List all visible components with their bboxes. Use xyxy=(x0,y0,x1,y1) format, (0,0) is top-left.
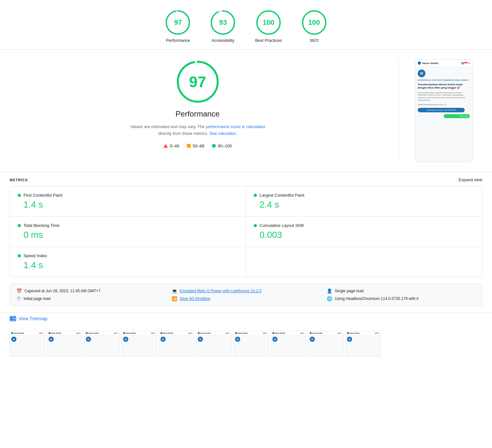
fail-icon xyxy=(163,144,168,148)
footer-chromium-text: Using HeadlessChromium 114.0.5735.179 wi… xyxy=(335,296,419,301)
thumb-logo-7 xyxy=(235,332,237,334)
metric-fcp-dot xyxy=(18,194,21,197)
preview-flags: 🇺🇸🇮🇩 ≡ xyxy=(461,62,470,65)
thumb-header-3: Harun Studio 🇺🇸🇮🇩 ≡ xyxy=(85,331,119,335)
thumb-brand-8: Harun Studio xyxy=(275,332,285,334)
thumb-body-10: W xyxy=(346,335,380,356)
footer-page-load-text: Single page load xyxy=(335,289,363,293)
thumb-logo-4 xyxy=(123,332,125,334)
thumbnail-2: Harun Studio 🇺🇸🇮🇩 ≡ W xyxy=(47,331,82,357)
thumb-header-6: Harun Studio 🇺🇸🇮🇩 ≡ xyxy=(196,331,231,335)
footer-info-section: 📅 Captured at Jun 28, 2023, 11:45 AM GMT… xyxy=(10,284,482,306)
metric-cls-label: Cumulative Layout Shift xyxy=(260,223,304,228)
footer-captured-text: Captured at Jun 28, 2023, 11:45 AM GMT+7 xyxy=(24,289,100,293)
thumb-brand-10: Harun Studio xyxy=(350,332,360,334)
preview-heading: Transformasikan Bisnis Online Anda denga… xyxy=(418,83,470,90)
thumbnails-row: Harun Studio 🇺🇸🇮🇩 ≡ W Harun Studio 🇺🇸🇮🇩 … xyxy=(0,328,492,363)
thumb-wp-4: W xyxy=(123,337,128,342)
footer-throttling-text[interactable]: Slow 4G throttling xyxy=(180,296,210,301)
metric-tbt-label: Total Blocking Time xyxy=(23,223,59,228)
preview-screenshot: Harun Studio 🇺🇸🇮🇩 ≡ W WORDPRESS DAN WOOC… xyxy=(415,59,473,162)
preview-cta-button: Konsultasikan project Anda [GRATIS!] xyxy=(418,108,465,112)
score-item-seo[interactable]: 100 SEO xyxy=(301,10,327,43)
thumbnail-3: Harun Studio 🇺🇸🇮🇩 ≡ W xyxy=(84,331,120,357)
score-value-accessibility: 93 xyxy=(219,18,227,27)
footer-captured: 📅 Captured at Jun 28, 2023, 11:45 AM GMT… xyxy=(16,288,165,294)
preview-whatsapp-button: WhatsApp xyxy=(444,114,470,118)
thumb-flags-7: 🇺🇸🇮🇩 ≡ xyxy=(263,332,267,334)
metric-lcp-label: Largest Contentful Paint xyxy=(260,193,304,198)
thumb-wp-10: W xyxy=(347,337,352,342)
score-item-best-practices[interactable]: 100 Best Practices xyxy=(255,10,282,43)
preview-brand-name: Harun Studio xyxy=(422,62,438,65)
metric-fcp: First Contentful Paint 1.4 s xyxy=(10,186,246,217)
thumb-wp-8: W xyxy=(272,337,278,342)
expand-view-button[interactable]: Expand view xyxy=(459,177,482,182)
thumb-flags-9: 🇺🇸🇮🇩 ≡ xyxy=(338,332,342,334)
thumb-body-8: W xyxy=(271,335,306,356)
metrics-header: METRICS Expand view xyxy=(10,172,482,186)
thumb-wp-1: W xyxy=(11,337,16,342)
thumb-flags-6: 🇺🇸🇮🇩 ≡ xyxy=(226,332,230,334)
score-item-accessibility[interactable]: 93 Accessibility xyxy=(210,10,236,43)
score-label-accessibility: Accessibility xyxy=(212,38,234,43)
score-value-performance: 97 xyxy=(174,18,182,27)
score-value-seo: 100 xyxy=(308,18,320,27)
thumb-brand-9: Harun Studio xyxy=(312,332,322,334)
score-circle-accessibility: 93 xyxy=(210,10,236,35)
thumb-brand-2: Harun Studio xyxy=(51,332,61,334)
thumb-body-4: W xyxy=(122,335,157,356)
thumb-header-7: Harun Studio 🇺🇸🇮🇩 ≡ xyxy=(234,331,269,335)
footer-initial-load-text: Initial page load xyxy=(23,296,50,301)
svg-rect-11 xyxy=(13,317,15,318)
metrics-grid: First Contentful Paint 1.4 s Largest Con… xyxy=(10,186,482,277)
top-scores-section: 97 Performance 93 Accessibility 100 Best… xyxy=(0,0,492,50)
thumbnail-9: Harun Studio 🇺🇸🇮🇩 ≡ W xyxy=(308,331,343,357)
thumb-brand-1: Harun Studio xyxy=(14,332,24,334)
thumbnail-10: Harun Studio 🇺🇸🇮🇩 ≡ W xyxy=(345,331,381,357)
thumbnail-1: Harun Studio 🇺🇸🇮🇩 ≡ W xyxy=(10,331,45,357)
thumb-wp-3: W xyxy=(86,337,91,342)
preview-subtitle: WORDPRESS DAN WOOCOMMERCE WEB AGENCY xyxy=(418,79,470,81)
thumb-brand-3: Harun Studio xyxy=(88,332,98,334)
perf-score-link[interactable]: performance score is calculated xyxy=(206,124,265,129)
legend-average: 50–89 xyxy=(187,144,204,148)
thumb-flags-8: 🇺🇸🇮🇩 ≡ xyxy=(300,332,305,334)
main-left-panel: 97 Performance Values are estimated and … xyxy=(13,59,382,148)
thumb-logo-10 xyxy=(347,332,349,334)
metric-si-dot xyxy=(18,254,21,257)
metrics-section: METRICS Expand view First Contentful Pai… xyxy=(0,172,492,277)
view-treemap-link[interactable]: View Treemap xyxy=(10,316,482,321)
preview-body: W WORDPRESS DAN WOOCOMMERCE WEB AGENCY T… xyxy=(415,67,472,162)
pass-range: 90–100 xyxy=(218,144,232,148)
metric-tbt: Total Blocking Time 0 ms xyxy=(10,217,246,247)
pass-icon xyxy=(212,144,216,148)
main-performance-section: 97 Performance Values are estimated and … xyxy=(0,50,492,172)
thumb-logo-1 xyxy=(11,332,13,334)
desc-mid: directly from these metrics. xyxy=(158,131,209,136)
metric-cls-name-row: Cumulative Layout Shift xyxy=(254,223,474,228)
thumb-flags-4: 🇺🇸🇮🇩 ≡ xyxy=(151,332,155,334)
thumbnail-8: Harun Studio 🇺🇸🇮🇩 ≡ W xyxy=(271,331,306,357)
footer-emulated-text[interactable]: Emulated Moto G Power with Lighthouse 10… xyxy=(180,289,261,293)
thumb-wp-7: W xyxy=(235,337,240,342)
thumb-body-9: W xyxy=(308,335,343,356)
metric-empty xyxy=(246,247,482,277)
thumbnail-6: Harun Studio 🇺🇸🇮🇩 ≡ W xyxy=(196,331,232,357)
thumb-brand-4: Harun Studio xyxy=(126,332,136,334)
thumb-logo-6 xyxy=(198,332,200,334)
treemap-section: View Treemap xyxy=(0,313,492,328)
thumb-flags-10: 🇺🇸🇮🇩 ≡ xyxy=(375,332,379,334)
metric-lcp-value: 2.4 s xyxy=(260,200,474,210)
thumbnail-7: Harun Studio 🇺🇸🇮🇩 ≡ W xyxy=(233,331,269,357)
thumb-header-10: Harun Studio 🇺🇸🇮🇩 ≡ xyxy=(346,331,380,335)
thumb-body-2: W xyxy=(47,335,82,356)
thumb-header-4: Harun Studio 🇺🇸🇮🇩 ≡ xyxy=(122,331,157,335)
metric-tbt-name-row: Total Blocking Time xyxy=(18,223,238,228)
thumb-flags-1: 🇺🇸🇮🇩 ≡ xyxy=(39,332,43,334)
score-item-performance[interactable]: 97 Performance xyxy=(165,10,191,43)
big-score-value: 97 xyxy=(189,73,206,91)
calculator-link[interactable]: See calculator. xyxy=(209,131,237,136)
svg-rect-12 xyxy=(13,319,15,320)
calendar-icon: 📅 xyxy=(16,288,22,294)
